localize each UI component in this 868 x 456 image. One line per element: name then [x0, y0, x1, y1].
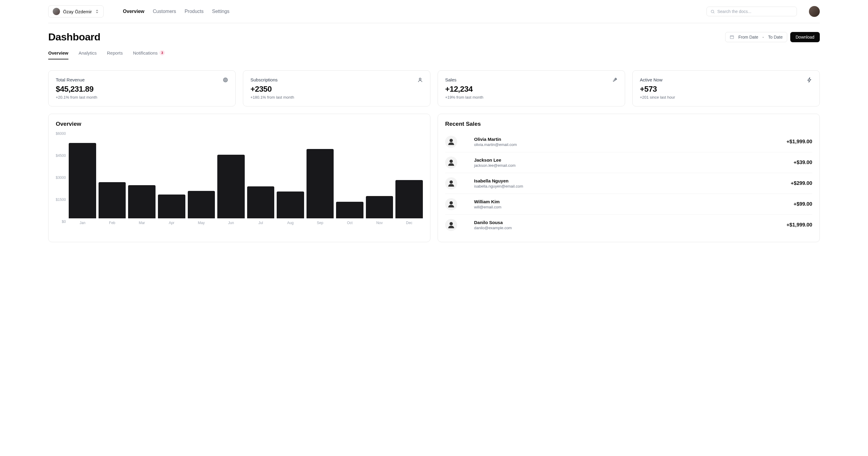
svg-point-9 — [450, 180, 453, 184]
x-label: May — [188, 221, 215, 225]
sale-name: Jackson Lee — [474, 158, 777, 163]
sale-email: isabella.nguyen@email.com — [474, 184, 774, 189]
sale-info: Jackson Leejackson.lee@email.com — [474, 158, 777, 168]
stat-card-revenue: Total Revenue $45,231.89 +20.1% from las… — [48, 70, 236, 107]
bar-aug — [277, 192, 304, 218]
bar-jun — [217, 155, 245, 218]
y-tick: $3000 — [56, 175, 66, 180]
sale-amount: +$1,999.00 — [786, 139, 812, 145]
search-input[interactable] — [717, 9, 793, 14]
nav-customers[interactable]: Customers — [153, 9, 176, 14]
caret-sort-icon — [95, 9, 99, 13]
y-tick: $0 — [62, 220, 66, 224]
target-icon — [223, 77, 228, 83]
stat-value: +12,234 — [445, 84, 618, 94]
sale-avatar — [445, 177, 457, 190]
panel-title: Overview — [56, 121, 423, 127]
sale-info: Isabella Nguyenisabella.nguyen@email.com — [474, 178, 774, 189]
sale-avatar — [445, 136, 457, 148]
stat-label: Total Revenue — [56, 77, 85, 82]
nav-settings[interactable]: Settings — [212, 9, 230, 14]
y-tick: $1500 — [56, 198, 66, 202]
stat-label: Active Now — [640, 77, 662, 82]
date-to-label: To Date — [768, 35, 782, 39]
stats-grid: Total Revenue $45,231.89 +20.1% from las… — [48, 70, 820, 107]
x-label: Aug — [277, 221, 304, 225]
rocket-icon — [612, 77, 618, 83]
stat-sub: +180.1% from last month — [250, 95, 423, 99]
bar-apr — [158, 195, 185, 218]
search-icon — [710, 9, 715, 14]
sale-info: Olivia Martinolivia.martin@email.com — [474, 137, 770, 147]
svg-rect-1 — [730, 36, 734, 38]
notifications-badge: 3 — [159, 50, 165, 56]
sale-email: will@email.com — [474, 205, 777, 209]
dashboard-tabs: Overview Analytics Reports Notifications… — [48, 50, 820, 59]
sale-row: William Kimwill@email.com+$99.00 — [445, 194, 812, 215]
calendar-icon — [730, 35, 734, 39]
x-label: Jan — [69, 221, 96, 225]
sale-email: jackson.lee@email.com — [474, 163, 777, 168]
bar-mar — [128, 185, 156, 218]
svg-point-10 — [450, 201, 453, 204]
svg-point-11 — [450, 222, 453, 225]
date-range-picker[interactable]: From Date - To Date — [725, 32, 787, 42]
sale-row: Isabella Nguyenisabella.nguyen@email.com… — [445, 173, 812, 194]
bar-oct — [336, 202, 364, 218]
zap-icon — [807, 77, 812, 83]
bar-dec — [396, 180, 423, 218]
y-tick: $6000 — [56, 132, 66, 136]
page-title: Dashboard — [48, 31, 100, 43]
x-label: Nov — [366, 221, 393, 225]
sale-amount: +$39.00 — [794, 160, 812, 166]
sale-info: Danilo Sousadanilo@example.com — [474, 220, 770, 230]
svg-point-5 — [419, 78, 421, 80]
svg-point-6 — [615, 79, 616, 80]
tab-reports[interactable]: Reports — [107, 50, 123, 59]
sale-name: Danilo Sousa — [474, 220, 770, 225]
page-actions: From Date - To Date Download — [725, 32, 820, 42]
overview-chart-panel: Overview $6000$4500$3000$1500$0 JanFebMa… — [48, 114, 430, 242]
sales-list: Olivia Martinolivia.martin@email.com+$1,… — [445, 132, 812, 235]
main-nav: Overview Customers Products Settings — [123, 9, 229, 14]
team-name: Özay Özdemir — [63, 9, 92, 14]
sale-avatar — [445, 198, 457, 210]
bar-chart: $6000$4500$3000$1500$0 JanFebMarAprMayJu… — [56, 132, 423, 225]
stat-value: $45,231.89 — [56, 84, 228, 94]
sale-name: Olivia Martin — [474, 137, 770, 142]
stat-card-active: Active Now +573 +201 since last hour — [632, 70, 820, 107]
nav-overview[interactable]: Overview — [123, 9, 144, 14]
nav-products[interactable]: Products — [184, 9, 204, 14]
sale-info: William Kimwill@email.com — [474, 199, 777, 209]
download-button[interactable]: Download — [790, 32, 820, 42]
x-label: Sep — [307, 221, 334, 225]
stat-card-sales: Sales +12,234 +19% from last month — [438, 70, 625, 107]
tab-analytics[interactable]: Analytics — [79, 50, 97, 59]
search-box[interactable] — [707, 7, 797, 16]
bar-may — [188, 191, 215, 218]
sale-email: danilo@example.com — [474, 226, 770, 230]
panel-title: Recent Sales — [445, 121, 812, 127]
bar-nov — [366, 196, 393, 218]
user-avatar[interactable] — [809, 6, 820, 17]
sale-name: William Kim — [474, 199, 777, 204]
y-axis: $6000$4500$3000$1500$0 — [56, 132, 66, 225]
tab-overview[interactable]: Overview — [48, 50, 68, 59]
team-switcher[interactable]: Özay Özdemir — [48, 5, 104, 18]
user-icon — [417, 77, 423, 83]
main-grid: Overview $6000$4500$3000$1500$0 JanFebMa… — [48, 114, 820, 242]
tab-notifications[interactable]: Notifications 3 — [133, 50, 165, 59]
top-header: Özay Özdemir Overview Customers Products… — [48, 5, 820, 23]
x-label: Feb — [98, 221, 126, 225]
recent-sales-panel: Recent Sales Olivia Martinolivia.martin@… — [438, 114, 820, 242]
sale-avatar — [445, 156, 457, 169]
sale-avatar — [445, 219, 457, 231]
stat-card-subscriptions: Subscriptions +2350 +180.1% from last mo… — [243, 70, 430, 107]
x-label: Jun — [217, 221, 245, 225]
svg-point-8 — [450, 160, 453, 163]
sale-amount: +$99.00 — [794, 201, 812, 207]
bars-container — [69, 132, 423, 218]
x-label: Oct — [336, 221, 364, 225]
bar-sep — [307, 149, 334, 218]
x-label: Dec — [396, 221, 423, 225]
